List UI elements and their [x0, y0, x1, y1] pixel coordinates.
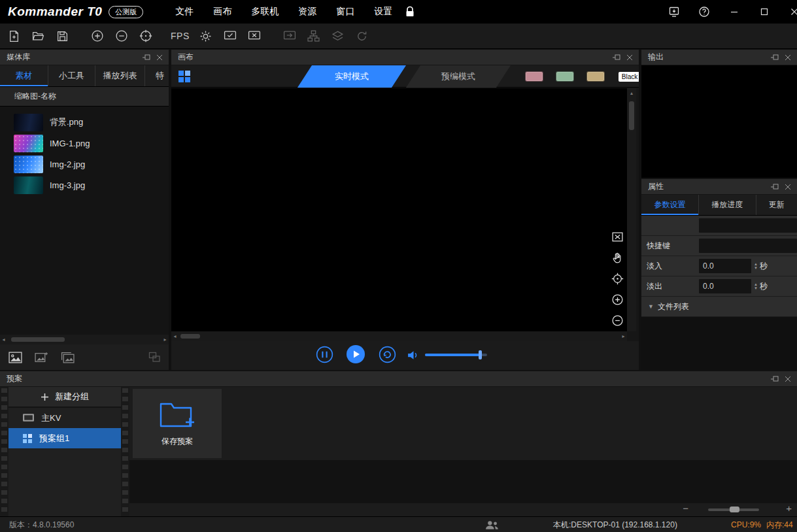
plan-group-1[interactable]: 预案组1 — [8, 428, 121, 448]
bg-color-label[interactable]: Black — [619, 72, 639, 82]
tab-widgets[interactable]: 小工具 — [48, 65, 95, 86]
tab-live-mode[interactable]: 实时模式 — [297, 65, 406, 88]
screen-check-icon[interactable] — [222, 27, 239, 44]
fps-label[interactable]: FPS — [171, 31, 190, 41]
close-button[interactable] — [779, 0, 797, 24]
close-icon[interactable] — [154, 52, 165, 63]
scroll-right-icon[interactable]: ▸ — [161, 335, 169, 344]
zoom-in-circle-icon[interactable] — [89, 27, 106, 44]
menu-canvas[interactable]: 画布 — [203, 0, 241, 24]
image-stack-icon[interactable] — [61, 352, 75, 363]
zoom-slider-handle[interactable] — [730, 507, 739, 512]
close-icon[interactable] — [782, 182, 793, 192]
menu-settings[interactable]: 设置 — [364, 0, 402, 24]
dock-icon[interactable] — [769, 182, 780, 192]
splitter-handle[interactable] — [121, 387, 129, 516]
tab-preedit-mode[interactable]: 预编模式 — [406, 65, 511, 88]
bg-swatch-khaki[interactable] — [586, 71, 605, 82]
list-item[interactable]: 背景.png — [0, 112, 169, 133]
canvas-vertical-scrollbar[interactable]: ▴ — [627, 88, 636, 331]
list-item[interactable]: IMG-1.png — [0, 133, 169, 154]
menu-window[interactable]: 窗口 — [326, 0, 364, 24]
scrollbar-thumb[interactable] — [180, 334, 200, 339]
hotkey-input[interactable] — [699, 239, 797, 253]
scrollbar-thumb[interactable] — [629, 101, 634, 130]
zoom-in-plus-icon[interactable]: + — [786, 504, 792, 513]
volume-icon[interactable] — [407, 349, 420, 361]
users-icon[interactable] — [485, 517, 499, 532]
canvas-viewport[interactable] — [171, 88, 627, 331]
save-plan-tile[interactable]: 保存预案 — [133, 389, 222, 458]
bg-swatch-green[interactable] — [556, 71, 574, 82]
save-icon[interactable] — [54, 27, 71, 44]
dock-icon[interactable] — [611, 52, 622, 63]
maximize-button[interactable] — [749, 0, 779, 24]
layers-icon[interactable] — [330, 27, 347, 44]
open-project-icon[interactable] — [29, 27, 46, 44]
scroll-left-icon[interactable]: ◂ — [171, 331, 178, 341]
locate-target-icon[interactable] — [610, 271, 624, 286]
canvas-horizontal-scrollbar[interactable]: ◂ ▸ — [171, 331, 627, 341]
locate-center-icon[interactable] — [137, 27, 154, 44]
bg-swatch-pink[interactable] — [525, 71, 543, 82]
list-item[interactable]: Img-2.jpg — [0, 154, 169, 175]
image-view-icon[interactable] — [8, 352, 22, 363]
menu-multilink[interactable]: 多联机 — [241, 0, 288, 24]
layout-grid-icon[interactable] — [178, 70, 191, 83]
dock-icon[interactable] — [141, 52, 152, 63]
settings-gear-icon[interactable] — [197, 27, 214, 44]
output-screen-icon[interactable] — [281, 27, 298, 44]
splitter-handle[interactable] — [0, 387, 8, 516]
minimize-button[interactable] — [719, 0, 749, 24]
menu-file[interactable]: 文件 — [165, 0, 203, 24]
play-button[interactable] — [346, 344, 365, 364]
zoom-out-circle-icon[interactable] — [113, 27, 130, 44]
tab-playlist[interactable]: 播放列表 — [95, 65, 145, 86]
volume-slider[interactable] — [425, 354, 487, 356]
send-to-canvas-icon[interactable] — [148, 352, 161, 363]
lock-icon[interactable] — [405, 6, 415, 18]
dock-icon[interactable] — [769, 52, 780, 63]
thumbnail-zoom-slider[interactable] — [708, 508, 759, 511]
close-icon[interactable] — [782, 52, 793, 63]
volume-handle[interactable] — [479, 350, 482, 359]
media-horizontal-scrollbar[interactable]: ◂ ▸ — [0, 335, 169, 344]
loop-button[interactable] — [379, 346, 396, 363]
tab-parameter-settings[interactable]: 参数设置 — [641, 195, 699, 215]
new-project-icon[interactable] — [5, 27, 22, 44]
scroll-left-icon[interactable]: ◂ — [0, 335, 7, 344]
tab-update[interactable]: 更新 — [756, 195, 797, 215]
push-to-screen-icon[interactable] — [659, 0, 689, 24]
scroll-up-icon[interactable]: ▴ — [628, 88, 636, 98]
dock-icon[interactable] — [769, 374, 780, 384]
name-input[interactable] — [699, 218, 797, 233]
fade-out-input[interactable]: 0.0 — [699, 279, 751, 293]
menu-resources[interactable]: 资源 — [288, 0, 326, 24]
add-group-button[interactable]: 新建分组 — [8, 387, 121, 408]
list-item[interactable]: Img-3.jpg — [0, 175, 169, 195]
image-effect-icon[interactable] — [35, 352, 48, 363]
plan-group-main-kv[interactable]: 主KV — [8, 408, 121, 428]
screen-close-icon[interactable] — [246, 27, 263, 44]
zoom-out-icon[interactable] — [610, 313, 624, 327]
pause-button[interactable] — [316, 346, 333, 363]
fade-in-input[interactable]: 0.0 — [699, 259, 751, 273]
file-list-section[interactable]: ▼ 文件列表 — [641, 297, 797, 317]
tab-effects-clipped[interactable]: 特 — [145, 65, 169, 86]
tab-play-progress[interactable]: 播放进度 — [699, 195, 756, 215]
help-icon[interactable] — [689, 0, 719, 24]
tab-material[interactable]: 素材 — [0, 65, 48, 86]
topology-icon[interactable] — [305, 27, 322, 44]
refresh-icon[interactable] — [354, 27, 371, 44]
zoom-out-minus-icon[interactable]: − — [683, 504, 688, 513]
fade-out-stepper[interactable]: ▲▼ — [754, 282, 758, 290]
close-icon[interactable] — [624, 52, 635, 63]
hand-pan-icon[interactable] — [610, 250, 624, 265]
fit-to-window-icon[interactable] — [610, 229, 624, 244]
fade-in-stepper[interactable]: ▲▼ — [754, 262, 758, 270]
close-icon[interactable] — [782, 374, 793, 384]
scrollbar-thumb[interactable] — [11, 337, 65, 342]
zoom-in-icon[interactable] — [610, 292, 624, 307]
scroll-right-icon[interactable]: ▸ — [620, 331, 627, 341]
media-thumbnail — [14, 114, 43, 131]
